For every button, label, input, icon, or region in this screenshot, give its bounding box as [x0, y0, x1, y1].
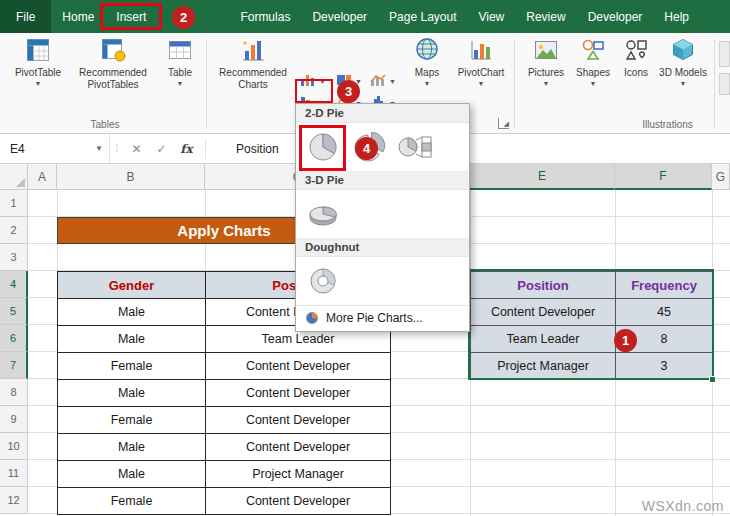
select-all-corner[interactable] — [0, 164, 28, 190]
row-header-4[interactable]: 4 — [0, 271, 28, 298]
annotation-step-3: 3 — [337, 80, 360, 103]
column-header-e[interactable]: E — [470, 164, 615, 190]
charts-dialog-launcher-icon[interactable]: ◢ — [498, 118, 509, 129]
row-header-11[interactable]: 11 — [0, 460, 28, 487]
tab-developer[interactable]: Developer — [301, 0, 378, 33]
table-cell[interactable]: Project Manager — [471, 353, 616, 380]
maps-button[interactable]: Maps ▼ — [405, 37, 449, 87]
table-button[interactable]: Table ▼ — [158, 37, 202, 87]
pictures-label: Pictures — [528, 67, 564, 79]
doughnut-option[interactable] — [303, 262, 343, 300]
section-header-2d-pie: 2-D Pie — [296, 104, 469, 123]
pivotchart-icon — [468, 37, 494, 66]
insert-function-icon[interactable]: fx — [174, 142, 199, 156]
formula-bar-handle: ⁞ — [110, 143, 124, 154]
2d-pie-option[interactable] — [303, 128, 343, 166]
column-chart-button[interactable]: ▼ — [298, 71, 331, 91]
recommended-charts-icon — [240, 37, 266, 66]
row-header-3[interactable]: 3 — [0, 244, 28, 271]
chevron-down-icon: ▼ — [543, 80, 550, 87]
table-label: Table — [168, 67, 192, 79]
table-cell[interactable]: 45 — [616, 299, 713, 326]
chevron-down-icon: ▼ — [424, 80, 431, 87]
tab-formulas[interactable]: Formulas — [229, 0, 301, 33]
table-cell[interactable]: Content Developer — [206, 407, 391, 434]
tab-page-layout[interactable]: Page Layout — [378, 0, 467, 33]
tab-view[interactable]: View — [467, 0, 515, 33]
formula-input[interactable]: Position — [212, 142, 279, 156]
more-pie-charts-item[interactable]: More Pie Charts... — [296, 305, 469, 331]
table-cell[interactable]: Male — [58, 380, 206, 407]
table-cell[interactable]: Male — [58, 434, 206, 461]
3d-pie-option[interactable] — [303, 195, 343, 233]
row-header-6[interactable]: 6 — [0, 325, 28, 352]
table-header[interactable]: Gender — [58, 272, 206, 299]
table-header[interactable]: Frequency — [616, 272, 713, 299]
row-header-5[interactable]: 5 — [0, 298, 28, 325]
watermark: WSXdn.com — [642, 498, 724, 514]
tab-file[interactable]: File — [0, 0, 51, 33]
icons-button[interactable]: Icons — [618, 37, 654, 79]
table-cell[interactable]: Female — [58, 488, 206, 515]
table-cell[interactable]: Male — [58, 299, 206, 326]
table-cell[interactable]: Content Developer — [206, 380, 391, 407]
cancel-icon[interactable]: ✕ — [124, 142, 149, 156]
pivotchart-button[interactable]: PivotChart ▼ — [452, 37, 510, 87]
table-cell[interactable]: Content Developer — [206, 488, 391, 515]
table-cell[interactable]: Content Developer — [471, 299, 616, 326]
combo-chart-button[interactable]: ▼ — [368, 71, 401, 91]
row-header-1[interactable]: 1 — [0, 190, 28, 217]
row-header-8[interactable]: 8 — [0, 379, 28, 406]
table-cell[interactable]: Content Developer — [206, 434, 391, 461]
group-separator — [514, 39, 515, 129]
table-cell[interactable]: Team Leader — [471, 326, 616, 353]
shapes-icon — [580, 37, 606, 66]
tab-insert[interactable]: Insert — [105, 0, 157, 33]
chevron-down-icon: ▼ — [177, 80, 184, 87]
recommended-charts-button[interactable]: Recommended Charts — [214, 37, 292, 90]
table-header[interactable]: Position — [471, 272, 616, 299]
3d-models-button[interactable]: 3D Models ▼ — [658, 37, 708, 87]
name-box[interactable]: E4 ▼ — [0, 134, 110, 163]
fill-handle[interactable] — [709, 376, 716, 383]
table-cell[interactable]: Content Developer — [206, 353, 391, 380]
excel-window: File Home Insert Formulas Developer Page… — [0, 0, 730, 516]
pivottable-button[interactable]: PivotTable ▼ — [10, 37, 66, 87]
ribbon-tab-bar: File Home Insert Formulas Developer Page… — [0, 0, 730, 33]
row-header-2[interactable]: 2 — [0, 217, 28, 244]
table-cell[interactable]: 3 — [616, 353, 713, 380]
column-header-b[interactable]: B — [57, 164, 205, 190]
partial-ribbon-button — [719, 41, 730, 67]
column-header-g[interactable]: G — [712, 164, 730, 190]
column-header-f[interactable]: F — [615, 164, 712, 190]
table-cell[interactable]: Female — [58, 407, 206, 434]
3d-pie-options — [296, 190, 469, 238]
section-header-doughnut: Doughnut — [296, 238, 469, 257]
tab-help[interactable]: Help — [653, 0, 700, 33]
bar-of-pie-option[interactable] — [395, 128, 435, 166]
row-header-7[interactable]: 7 — [0, 352, 28, 379]
enter-icon[interactable]: ✓ — [149, 142, 174, 156]
row-header-9[interactable]: 9 — [0, 406, 28, 433]
pictures-button[interactable]: Pictures ▼ — [524, 37, 568, 87]
tab-review[interactable]: Review — [515, 0, 576, 33]
row-header-12[interactable]: 12 — [0, 487, 28, 514]
shapes-button[interactable]: Shapes ▼ — [572, 37, 614, 87]
illustrations-group-label: Illustrations — [590, 119, 730, 130]
tables-group-label: Tables — [55, 119, 155, 130]
table-cell[interactable]: Male — [58, 461, 206, 488]
column-header-a[interactable]: A — [28, 164, 57, 190]
row-headers: 1 2 3 4 5 6 7 8 9 10 11 12 — [0, 190, 28, 514]
tab-developer-2[interactable]: Developer — [577, 0, 654, 33]
row-header-10[interactable]: 10 — [0, 433, 28, 460]
more-pie-charts-label: More Pie Charts... — [326, 311, 423, 325]
group-separator — [206, 39, 207, 129]
recommended-pivottables-button[interactable]: Recommended PivotTables — [70, 37, 156, 90]
table-cell[interactable]: Female — [58, 353, 206, 380]
formula-bar-divider — [205, 139, 206, 159]
partial-ribbon-button — [719, 73, 730, 95]
chevron-down-icon: ▼ — [590, 80, 597, 87]
table-cell[interactable]: Male — [58, 326, 206, 353]
table-cell[interactable]: Project Manager — [206, 461, 391, 488]
tab-home[interactable]: Home — [51, 0, 105, 33]
